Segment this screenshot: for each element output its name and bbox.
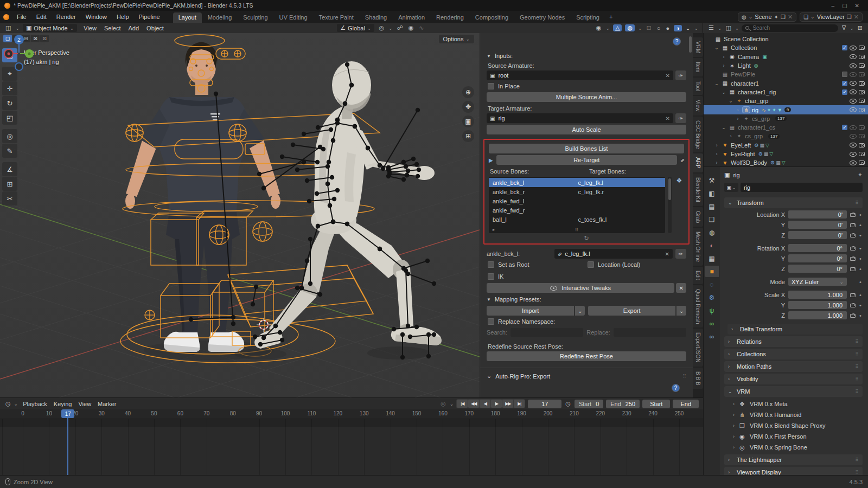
bones-list-icon[interactable]: ❖ (676, 177, 682, 184)
rotation-mode-dropdown[interactable]: XYZ Euler ⌄ (788, 278, 847, 286)
viewport-3d[interactable]: ▢⊞⊟⊠⊡ Options ⌄ ▢⌖✛↻◰◎✎∡⊞✂ User Perspect… (0, 33, 480, 397)
expand-arrow-icon[interactable]: › (714, 160, 719, 165)
clear-icon[interactable]: ✕ (665, 251, 669, 257)
remove-viewlayer-icon[interactable]: ✕ (854, 14, 859, 21)
xray-toggle-icon[interactable]: ⊡ (646, 24, 653, 31)
workspace-tab[interactable]: Compositing (470, 12, 514, 23)
object-name-field[interactable]: rig (741, 183, 863, 192)
npanel-tab[interactable]: View (693, 96, 703, 115)
outliner-row[interactable]: ⌄ ▦ character1 (704, 79, 868, 87)
shading-wireframe-icon[interactable]: ○ (656, 25, 662, 31)
animate-dot-icon[interactable]: • (858, 232, 863, 239)
expand-arrow-icon[interactable]: ⌄ (721, 89, 726, 95)
npanel-tab[interactable]: VRM (693, 37, 703, 57)
workspace-tab[interactable]: Animation (393, 12, 430, 23)
search-input[interactable] (751, 24, 834, 31)
shading-material-icon[interactable]: ◑ (674, 25, 682, 31)
select-mode-intersect[interactable]: ⊡ (40, 35, 49, 42)
mode-dropdown[interactable]: ▣ Object Mode ⌄ (23, 24, 77, 32)
outliner-item-label[interactable]: Collection (731, 44, 757, 51)
outliner-row[interactable]: › ▼ Wolf3D_Body ⚙▦▽ (704, 158, 868, 167)
viewport-menu-item[interactable]: Select (101, 24, 124, 32)
pivot-point-icon[interactable]: ◎ (378, 24, 385, 31)
outliner-row[interactable]: ▦ PewDPie (704, 70, 868, 79)
knife-tool[interactable]: ✂ (2, 191, 17, 206)
object-type-dropdown[interactable]: ▣ ⌄ (724, 183, 738, 192)
move-tool[interactable]: ✛ (2, 81, 17, 95)
collapsed-panel-header[interactable]: › Visibility ⠿ (724, 374, 863, 384)
render-camera-icon[interactable] (859, 108, 865, 112)
set-as-root-checkbox[interactable]: Set as Root (488, 261, 585, 268)
jump-to-end-button[interactable]: ▶| (514, 400, 525, 408)
outliner-row[interactable]: › ▼ EyeLeft ⚙▦▽ (704, 141, 868, 150)
outliner-item-label[interactable]: EyeRight (731, 151, 755, 157)
physics-tab[interactable]: ◌ (705, 279, 719, 290)
output-tab[interactable]: ▤ (705, 201, 719, 212)
close-tweaks-icon[interactable]: ✕ (676, 283, 686, 293)
export-dropdown-icon[interactable]: ⌄ (676, 306, 686, 316)
npanel-tab[interactable]: BlenderKit (693, 174, 703, 206)
outliner-item-label[interactable]: char_grp (745, 98, 768, 104)
render-camera-icon[interactable] (859, 134, 865, 138)
frame-end-field[interactable]: End 250 (606, 400, 640, 408)
outliner-item-label[interactable]: Light (738, 62, 751, 69)
expand-arrow-icon[interactable]: ⌄ (728, 98, 733, 104)
show-gizmo-icon[interactable]: △ (613, 24, 622, 31)
render-camera-icon[interactable] (859, 125, 865, 130)
import-dropdown-icon[interactable]: ⌄ (575, 306, 585, 316)
blender-menu-icon[interactable] (3, 14, 9, 20)
expand-arrow-icon[interactable]: ⌄ (714, 81, 719, 86)
workspace-tab[interactable]: UV Editing (274, 12, 313, 23)
timeline-tracks[interactable] (0, 419, 703, 475)
view-layer-tab[interactable]: ❏ (705, 214, 719, 225)
next-keyframe-button[interactable]: ▶▶ (502, 400, 513, 408)
timeline-ruler[interactable]: 0102030405060708090100110120130140150160… (0, 409, 703, 419)
render-camera-icon[interactable] (859, 46, 865, 50)
viewport-menu-item[interactable]: View (80, 24, 100, 32)
inputs-section-header[interactable]: ▼ Inputs: (487, 53, 686, 59)
bones-list-row[interactable]: ankle_bck_r c_leg_fk.r (489, 187, 665, 196)
workspace-tab[interactable]: Scripting (571, 12, 605, 23)
outliner-row[interactable]: ⌄ ▦ character1_rig (704, 88, 868, 97)
close-button[interactable]: ✕ (855, 3, 859, 9)
bone-constraint-tab[interactable]: ∞ (705, 331, 719, 342)
delta-transform-panel-header[interactable]: › Delta Transform (727, 324, 863, 335)
shading-rendered-icon[interactable]: ◒ (685, 25, 691, 31)
npanel-tab[interactable]: B B B (693, 368, 703, 389)
redefine-rest-pose-button[interactable]: Redefine Rest Pose (487, 351, 686, 361)
outliner-item-label[interactable]: Camera (738, 54, 759, 60)
vrm-subpanel-header[interactable]: › ◉ VRM 0.x First Person (724, 431, 863, 442)
npanel-tab[interactable]: Tool (693, 78, 703, 95)
new-viewlayer-icon[interactable]: ❐ (847, 14, 852, 20)
expand-arrow-icon[interactable]: ⌄ (714, 45, 719, 50)
animate-dot-icon[interactable]: • (858, 255, 863, 262)
visibility-eye-icon[interactable] (850, 63, 857, 68)
help-icon[interactable]: ? (673, 37, 681, 46)
export-preset-button[interactable]: Export (588, 306, 675, 316)
outliner-item-label[interactable]: cs_grp (745, 133, 763, 139)
bones-list-row[interactable]: ankle_bck_l c_leg_fk.l (489, 178, 665, 187)
menu-item[interactable]: Window (81, 12, 111, 21)
transform-panel-header[interactable]: ⌄ Transform ⠿ (724, 197, 863, 208)
prev-keyframe-button[interactable]: ◀◀ (468, 400, 479, 408)
render-camera-icon[interactable] (859, 81, 865, 86)
perspective-toggle-icon[interactable]: ⊞ (462, 130, 474, 142)
proportional-editing-icon[interactable]: ◉ (407, 24, 415, 31)
value-field[interactable]: 0' (788, 231, 847, 239)
camera-view-icon[interactable]: ▣ (462, 115, 474, 127)
render-tab[interactable]: ◧ (705, 188, 719, 199)
expand-arrow-icon[interactable]: › (721, 63, 726, 68)
import-preset-button[interactable]: Import (487, 306, 574, 316)
outliner-search[interactable] (742, 24, 838, 32)
rotate-tool[interactable]: ↻ (2, 96, 17, 110)
lock-icon[interactable] (850, 213, 855, 217)
object-data-tab[interactable]: ψ (705, 305, 719, 316)
outliner-item-label[interactable]: Wolf3D_Body (731, 159, 767, 166)
bones-list-scrollbar[interactable] (668, 177, 672, 233)
render-camera-icon[interactable] (859, 63, 865, 68)
outliner-row[interactable]: ⌄ ▦ character1_cs (704, 123, 868, 132)
animate-dot-icon[interactable]: • (858, 279, 863, 285)
expand-arrow-icon[interactable]: › (714, 143, 719, 148)
expand-arrow-icon[interactable]: › (735, 116, 741, 121)
navigation-gizmo[interactable]: Z (0, 33, 38, 75)
